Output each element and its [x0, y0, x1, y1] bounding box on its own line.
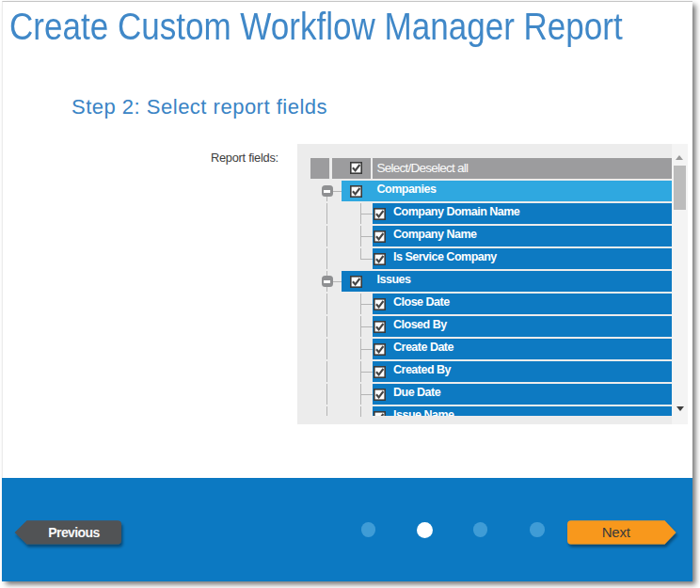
svg-text:Previous: Previous	[48, 524, 100, 539]
svg-text:Next: Next	[602, 523, 631, 539]
